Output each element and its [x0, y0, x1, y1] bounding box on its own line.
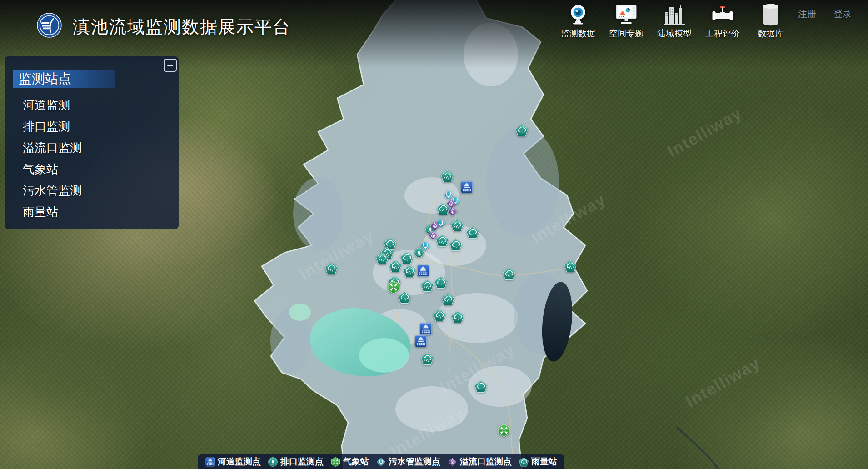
nav-item-spatial-topics[interactable]: 空间专题: [604, 2, 649, 40]
marker-rain[interactable]: [324, 262, 338, 275]
map-legend: 河道监测点 排口监测点 气象站 污水管监测点 溢流口监测点 雨量站: [198, 454, 564, 469]
panel-item-sewer-monitor[interactable]: 污水管监测: [23, 180, 82, 201]
panel-item-river-monitor[interactable]: 河道监测: [23, 95, 82, 116]
marker-rain[interactable]: [433, 309, 446, 322]
nav-label: 数据库: [758, 28, 784, 40]
panel-item-overflow-monitor[interactable]: 溢流口监测: [23, 137, 82, 159]
marker-sewer[interactable]: [419, 240, 432, 252]
marker-rain[interactable]: [564, 259, 577, 273]
monitor-stations-panel: 监测站点 河道监测 排口监测 溢流口监测 气象站 污水管监测 雨量站: [5, 56, 179, 229]
marker-rain[interactable]: [449, 238, 463, 252]
nav-item-database[interactable]: 数据库: [748, 2, 793, 40]
nav-label: 工程评价: [705, 28, 740, 40]
weather-marker-icon: [330, 457, 341, 467]
lake-bright-patch: [359, 338, 409, 373]
nav-item-monitor-data[interactable]: 监测数据: [556, 2, 600, 40]
marker-rain[interactable]: [502, 267, 516, 281]
marker-weather[interactable]: [497, 424, 511, 438]
panel-title: 监测站点: [13, 70, 115, 88]
legend-item-rain: 雨量站: [519, 456, 557, 468]
register-link[interactable]: 注册: [798, 8, 816, 20]
main-nav: 监测数据 空间专题: [556, 2, 793, 40]
marker-rain[interactable]: [451, 310, 464, 324]
header-bar: 滇池流域监测数据展示平台 监测数据: [0, 0, 868, 45]
platform-logo-icon: [36, 12, 62, 38]
marker-rain[interactable]: [420, 279, 434, 293]
webcam-icon: [566, 2, 590, 27]
city-buildings-icon: [662, 2, 687, 27]
panel-item-outfall-monitor[interactable]: 排口监测: [23, 116, 82, 137]
login-link[interactable]: 登录: [833, 8, 852, 20]
monitor-chart-icon: [614, 2, 639, 27]
marker-rain[interactable]: [466, 226, 479, 239]
marker-rain[interactable]: [403, 264, 416, 278]
page-title: 滇池流域监测数据展示平台: [73, 15, 291, 39]
rain-marker-icon: [519, 457, 529, 467]
nav-label: 空间专题: [609, 28, 644, 40]
panel-menu: 河道监测 排口监测 溢流口监测 气象站 污水管监测 雨量站: [23, 95, 82, 223]
marker-rain[interactable]: [389, 259, 402, 273]
marker-rain[interactable]: [434, 276, 448, 289]
marker-rain[interactable]: [450, 219, 464, 232]
marker-rain[interactable]: [441, 293, 455, 306]
minus-icon: [167, 65, 173, 66]
marker-river[interactable]: [416, 264, 430, 278]
outfall-marker-icon: [268, 457, 278, 467]
marker-rain[interactable]: [375, 252, 389, 265]
minimize-panel-button[interactable]: [164, 59, 177, 72]
nav-label: 陆域模型: [657, 28, 692, 40]
small-pond: [289, 304, 311, 321]
sewer-marker-icon: [376, 457, 386, 467]
nav-item-land-model[interactable]: 陆域模型: [652, 2, 697, 40]
legend-item-sewer: 污水管监测点: [376, 456, 440, 468]
marker-river[interactable]: [414, 334, 428, 348]
legend-item-weather: 气象站: [330, 456, 369, 468]
legend-item-outfall: 排口监测点: [268, 456, 324, 468]
database-icon: [758, 2, 783, 27]
marker-overflow[interactable]: [447, 205, 459, 218]
auth-links: 注册 登录: [798, 8, 852, 20]
overflow-marker-icon: [447, 457, 458, 467]
river-line: [677, 427, 718, 469]
marker-rain[interactable]: [440, 170, 454, 183]
river-marker-icon: [205, 457, 215, 467]
marker-rain[interactable]: [515, 124, 529, 137]
legend-item-river: 河道监测点: [205, 456, 261, 468]
pipe-valve-icon: [710, 2, 735, 27]
legend-item-overflow: 溢流口监测点: [447, 456, 512, 468]
panel-item-rain-station[interactable]: 雨量站: [23, 201, 82, 223]
marker-rain[interactable]: [420, 352, 434, 366]
nav-label: 监测数据: [561, 28, 595, 40]
marker-weather[interactable]: [387, 280, 401, 294]
marker-overflow[interactable]: [427, 230, 439, 242]
panel-item-weather-station[interactable]: 气象站: [23, 159, 82, 180]
nav-item-project-evaluation[interactable]: 工程评价: [700, 2, 745, 40]
marker-river[interactable]: [460, 180, 474, 194]
marker-river[interactable]: [419, 322, 433, 336]
marker-rain[interactable]: [474, 380, 488, 394]
